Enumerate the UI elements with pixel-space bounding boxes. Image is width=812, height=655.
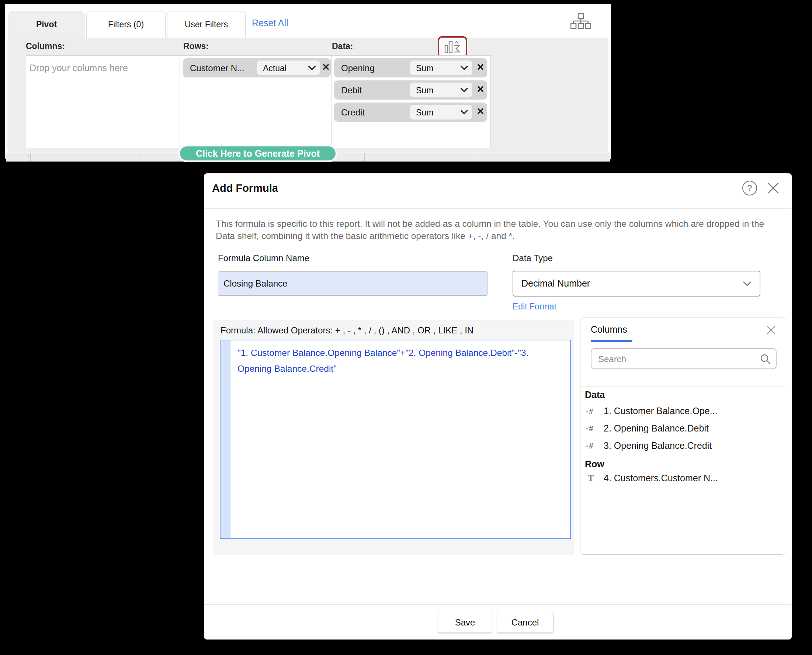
row-field-remove-button[interactable]: ✕ <box>322 62 330 72</box>
help-glyph: ? <box>748 183 752 193</box>
data-field-aggregation-select[interactable]: Sum <box>410 105 472 120</box>
data-type-label: Data Type <box>513 253 553 263</box>
formula-allowed-operators-label: Formula: Allowed Operators: + , - , * , … <box>221 325 473 336</box>
columns-panel-title: Columns <box>591 324 627 335</box>
search-icon <box>760 353 771 364</box>
columns-search-box <box>591 348 777 369</box>
editor-gutter <box>221 340 230 538</box>
dialog-description: This formula is specific to this report.… <box>216 218 765 242</box>
rows-shelf-label: Rows: <box>183 41 209 51</box>
add-formula-dialog: Add Formula ? This formula is specific t… <box>204 173 792 640</box>
columns-panel-close-icon[interactable] <box>765 324 777 336</box>
table-cell <box>576 153 610 161</box>
pivot-editor-panel: Pivot Filters (0) User Filters Reset All… <box>5 4 611 161</box>
generate-pivot-button[interactable]: Click Here to Generate Pivot <box>180 146 336 160</box>
columns-panel-active-underline <box>591 340 632 342</box>
data-field-chip-opening[interactable]: Opening Sum ✕ <box>334 58 487 77</box>
data-field-aggregation-value: Sum <box>416 108 433 118</box>
data-field-aggregation-value: Sum <box>416 63 433 74</box>
formula-column-name-input[interactable] <box>218 271 488 296</box>
formula-editor[interactable]: "1. Customer Balance.Opening Balance"+"2… <box>220 340 571 539</box>
number-type-icon: ·# <box>586 424 594 433</box>
columns-drop-placeholder: Drop your columns here <box>29 63 128 74</box>
tab-pivot-label: Pivot <box>36 20 57 29</box>
chevron-down-icon <box>460 109 468 115</box>
add-formula-summary-icon[interactable] <box>438 36 467 58</box>
tab-user-filters[interactable]: User Filters <box>167 11 246 38</box>
data-field-chip-credit[interactable]: Credit Sum ✕ <box>334 103 487 122</box>
row-field-aggregation-value: Actual <box>263 63 287 74</box>
formula-expression[interactable]: "1. Customer Balance.Opening Balance"+"2… <box>238 345 547 377</box>
columns-shelf-label: Columns: <box>26 41 65 51</box>
data-field-remove-button[interactable]: ✕ <box>476 106 485 116</box>
table-cell <box>475 153 576 161</box>
cancel-button[interactable]: Cancel <box>497 612 554 633</box>
data-field-remove-button[interactable]: ✕ <box>476 62 485 72</box>
chevron-down-icon <box>308 65 316 71</box>
divider <box>204 604 792 605</box>
row-section-header: Row <box>585 459 605 469</box>
columns-side-panel: Columns Data ·# 1. Customer Balance.Ope.… <box>580 318 785 555</box>
save-button-label: Save <box>455 617 475 628</box>
formula-section: Formula: Allowed Operators: + , - , * , … <box>213 320 574 555</box>
tab-user-filters-label: User Filters <box>185 20 228 29</box>
sitemap-icon[interactable] <box>571 12 591 32</box>
data-field-chip-debit[interactable]: Debit Sum ✕ <box>334 80 487 100</box>
data-field-label: Credit <box>341 107 365 118</box>
chevron-down-icon <box>743 281 752 287</box>
number-type-icon: ·# <box>586 407 594 416</box>
close-icon[interactable] <box>766 181 781 195</box>
column-list-item-label: 1. Customer Balance.Ope... <box>604 406 717 417</box>
column-list-item-label: 2. Opening Balance.Debit <box>604 423 709 434</box>
tab-filters[interactable]: Filters (0) <box>86 11 166 38</box>
columns-search-input[interactable] <box>597 351 754 367</box>
column-list-item[interactable]: ·# 3. Opening Balance.Credit <box>585 440 780 453</box>
table-cell <box>30 153 139 161</box>
data-field-aggregation-select[interactable]: Sum <box>410 83 472 97</box>
formula-column-name-label: Formula Column Name <box>218 253 309 263</box>
row-field-label: Customer N... <box>190 63 244 74</box>
table-cell <box>6 153 30 161</box>
table-cell <box>364 153 474 161</box>
column-list-item[interactable]: ·# 2. Opening Balance.Debit <box>585 422 780 435</box>
data-type-select[interactable]: Decimal Number <box>513 271 760 297</box>
column-list-item[interactable]: ·# 1. Customer Balance.Ope... <box>585 405 780 418</box>
number-type-icon: ·# <box>586 441 594 451</box>
data-type-value: Decimal Number <box>522 278 590 289</box>
tab-filters-label: Filters (0) <box>108 20 144 29</box>
data-field-remove-button[interactable]: ✕ <box>476 85 485 94</box>
divider <box>580 386 785 387</box>
drag-handle-dots: ⁞ <box>27 153 29 160</box>
row-field-aggregation-select[interactable]: Actual <box>257 60 320 75</box>
help-icon[interactable]: ? <box>742 181 757 195</box>
column-list-item[interactable]: T 4. Customers.Customer N... <box>585 472 780 485</box>
cancel-button-label: Cancel <box>511 617 539 628</box>
save-button[interactable]: Save <box>438 612 492 633</box>
data-field-label: Opening <box>341 63 375 74</box>
edit-format-link[interactable]: Edit Format <box>513 302 556 312</box>
data-field-label: Debit <box>341 85 362 95</box>
data-field-aggregation-select[interactable]: Sum <box>410 60 472 75</box>
dialog-title: Add Formula <box>212 182 278 194</box>
data-field-aggregation-value: Sum <box>416 86 433 95</box>
chevron-down-icon <box>460 65 468 71</box>
row-field-chip[interactable]: Customer N... Actual ✕ <box>183 58 331 77</box>
column-list-item-label: 4. Customers.Customer N... <box>604 473 718 483</box>
chevron-down-icon <box>460 88 468 92</box>
data-section-header: Data <box>585 389 605 400</box>
divider <box>204 208 792 209</box>
tab-pivot[interactable]: Pivot <box>8 11 85 38</box>
data-shelf-label: Data: <box>332 41 353 51</box>
generate-pivot-button-label: Click Here to Generate Pivot <box>196 148 320 159</box>
reset-all-link[interactable]: Reset All <box>252 18 289 28</box>
column-list-item-label: 3. Opening Balance.Credit <box>604 440 712 451</box>
table-cell <box>332 153 364 161</box>
text-type-icon: T <box>588 473 594 483</box>
